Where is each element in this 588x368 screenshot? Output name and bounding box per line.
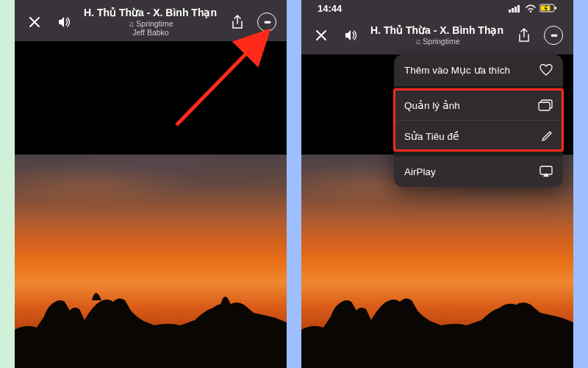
- title-block: H. Thủ Thừa - X. Bình Thạnh ♫ Springtime…: [84, 7, 218, 38]
- menu-label: Sửa Tiêu đề: [404, 130, 459, 142]
- close-icon[interactable]: [25, 13, 44, 32]
- menu-item-favorite[interactable]: Thêm vào Mục ưa thích: [394, 54, 563, 85]
- song-name: ♫ Springtime: [84, 19, 218, 29]
- wifi-icon: [525, 4, 537, 13]
- battery-icon: [539, 4, 557, 13]
- svg-rect-10: [539, 102, 550, 110]
- menu-label: AirPlay: [404, 166, 436, 177]
- menu-item-edit-title[interactable]: Sửa Tiêu đề: [394, 121, 563, 152]
- context-menu: Thêm vào Mục ưa thích Quản lý ảnh Sửa Ti…: [394, 54, 563, 187]
- status-time: 14:44: [318, 3, 342, 14]
- menu-item-airplay[interactable]: AirPlay: [394, 156, 563, 187]
- memory-title: H. Thủ Thừa - X. Bình Thạnh: [370, 24, 504, 37]
- speaker-icon[interactable]: [54, 13, 74, 32]
- phone-left: H. Thủ Thừa - X. Bình Thạnh ♫ Springtime…: [15, 0, 287, 368]
- speaker-icon[interactable]: [341, 26, 360, 45]
- svg-rect-4: [517, 5, 520, 13]
- svg-rect-3: [514, 7, 517, 13]
- status-bar: 14:44: [301, 0, 573, 16]
- svg-rect-2: [512, 8, 514, 13]
- share-icon[interactable]: [514, 26, 534, 45]
- artist-name: Jeff Babko: [84, 28, 218, 38]
- heart-icon: [538, 64, 553, 76]
- menu-label: Thêm vào Mục ưa thích: [404, 64, 510, 76]
- cellular-icon: [509, 4, 522, 13]
- song-name: ♫ Springtime: [370, 37, 504, 46]
- airplay-icon: [538, 166, 553, 177]
- menu-item-manage[interactable]: Quản lý ảnh: [394, 90, 563, 121]
- topbar: H. Thủ Thừa - X. Bình Thạnh ♫ Springtime…: [15, 0, 287, 41]
- sunset-photo: [15, 155, 287, 368]
- phone-right: 14:44 H. Thủ Thừa - X. Bình Thạnh ♫ Spri…: [301, 0, 573, 368]
- svg-point-5: [530, 10, 531, 12]
- more-icon[interactable]: •••: [544, 26, 563, 45]
- title-block: H. Thủ Thừa - X. Bình Thạnh ♫ Springtime: [370, 24, 504, 46]
- menu-label: Quản lý ảnh: [404, 99, 460, 111]
- pencil-icon: [538, 130, 553, 142]
- share-icon[interactable]: [228, 13, 247, 32]
- photos-icon: [538, 99, 553, 111]
- close-icon[interactable]: [312, 26, 331, 45]
- more-icon[interactable]: •••: [257, 13, 276, 32]
- svg-line-0: [176, 31, 268, 125]
- memory-title: H. Thủ Thừa - X. Bình Thạnh: [84, 7, 218, 19]
- svg-rect-8: [555, 7, 556, 10]
- topbar: 14:44 H. Thủ Thừa - X. Bình Thạnh ♫ Spri…: [301, 0, 573, 54]
- svg-rect-1: [509, 10, 511, 13]
